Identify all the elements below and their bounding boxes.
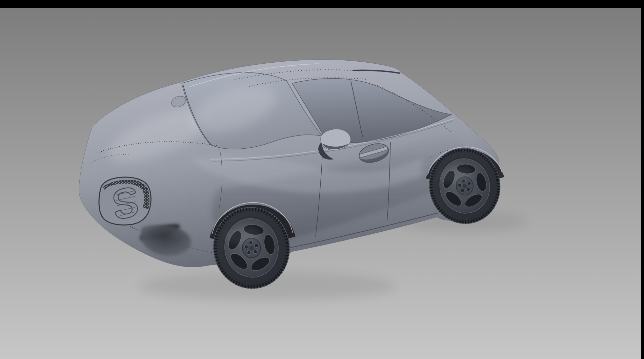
front-grille	[99, 177, 151, 225]
top-black-bar	[0, 0, 644, 8]
right-black-strip	[641, 0, 644, 359]
cad-application-window	[0, 0, 644, 359]
viewport-3d[interactable]	[0, 0, 644, 359]
